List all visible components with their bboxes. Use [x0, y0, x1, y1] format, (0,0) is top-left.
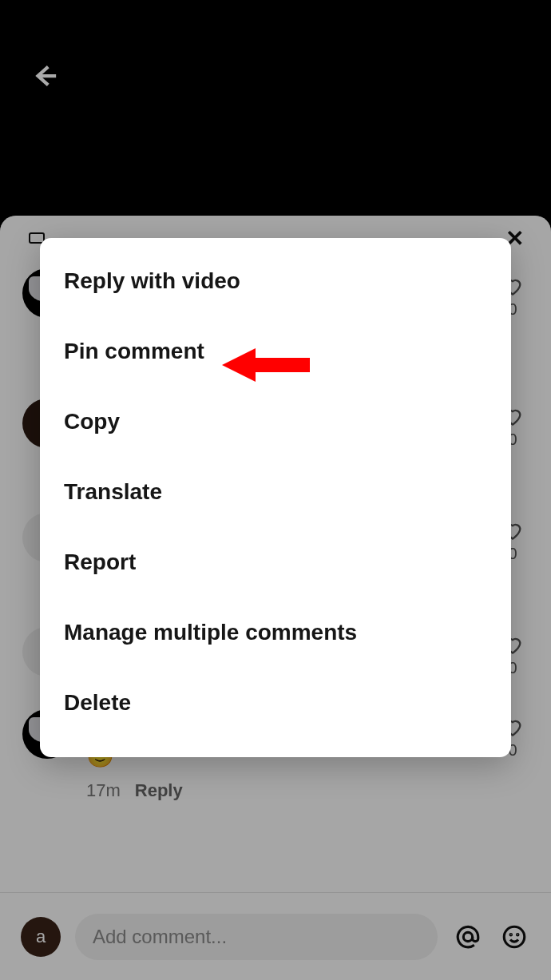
video-area: [0, 0, 551, 216]
menu-delete[interactable]: Delete: [40, 668, 511, 738]
menu-copy[interactable]: Copy: [40, 387, 511, 457]
arrow-left-icon: [31, 62, 58, 89]
menu-pin-comment[interactable]: Pin comment: [40, 316, 511, 387]
comment-context-menu: Reply with video Pin comment Copy Transl…: [40, 238, 511, 757]
menu-report[interactable]: Report: [40, 527, 511, 597]
menu-manage-multiple[interactable]: Manage multiple comments: [40, 597, 511, 668]
back-button[interactable]: [29, 60, 61, 92]
menu-translate[interactable]: Translate: [40, 457, 511, 527]
menu-reply-with-video[interactable]: Reply with video: [40, 246, 511, 316]
